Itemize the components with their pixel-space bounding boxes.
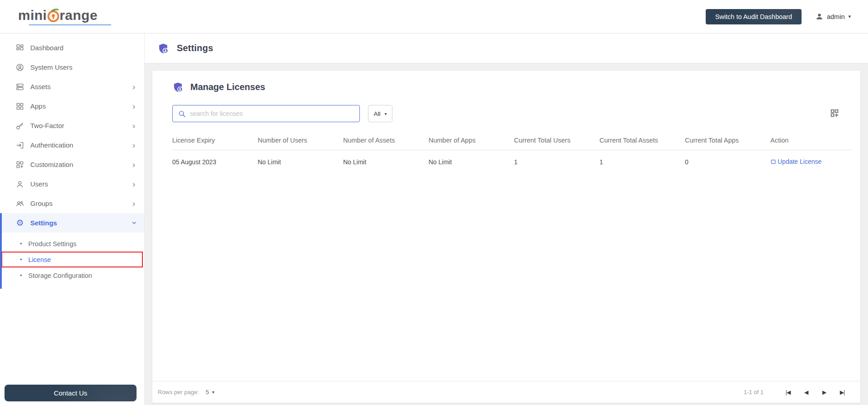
contact-us-button[interactable]: Contact Us [5, 385, 137, 401]
pagination-controls: 1-1 of 1 |◀ ◀ ▶ ▶| [744, 389, 851, 395]
previous-page-button[interactable]: ◀ [797, 389, 815, 395]
sidebar-subitem-product-settings[interactable]: •Product Settings [0, 236, 144, 252]
license-search-box [172, 105, 360, 122]
user-menu[interactable]: admin ▾ [815, 12, 851, 21]
authentication-icon [15, 141, 25, 150]
sidebar-item-label: Two-Factor [30, 122, 64, 129]
rows-per-page-caret-icon[interactable]: ▾ [212, 390, 214, 395]
user-caret-icon: ▾ [848, 14, 851, 19]
column-header-current-total-apps: Current Total Apps [685, 132, 770, 150]
sidebar-item-assets[interactable]: Assets› [0, 77, 144, 96]
gear-icon: ⚙ [15, 219, 25, 228]
sidebar-item-groups[interactable]: Groups› [0, 194, 144, 213]
sidebar-item-two-factor[interactable]: Two-Factor› [0, 116, 144, 135]
sidebar-subitem-label: Product Settings [28, 240, 76, 248]
sidebar-item-label: Apps [30, 102, 46, 110]
column-header-current-total-users: Current Total Users [514, 132, 599, 150]
logo-underline [29, 24, 111, 25]
switch-audit-dashboard-button[interactable]: Switch to Audit Dashboard [706, 9, 802, 24]
bullet-icon: • [20, 241, 22, 247]
bullet-icon: • [20, 272, 22, 278]
card-title: Manage Licenses [190, 82, 265, 92]
table-row: 05 August 2023No LimitNo LimitNo Limit11… [172, 150, 851, 172]
table-controls: All ▾ [172, 105, 840, 122]
cell-current-total-apps: 0 [685, 150, 770, 172]
licenses-shield-icon [172, 81, 184, 93]
rows-per-page-value[interactable]: 5 [206, 389, 209, 395]
logo-text: minirange [18, 9, 111, 22]
chevron-right-icon: › [132, 199, 135, 208]
topbar-actions: Switch to Audit Dashboard admin ▾ [706, 9, 851, 24]
rows-per-page-label: Rows per page: [158, 389, 199, 395]
sidebar-item-users[interactable]: Users› [0, 174, 144, 194]
sidebar-item-apps[interactable]: Apps› [0, 96, 144, 116]
first-page-button[interactable]: |◀ [779, 389, 797, 395]
users-icon [15, 180, 25, 189]
sidebar-item-settings[interactable]: ⚙ Settings › [0, 213, 144, 233]
sidebar-nav: DashboardSystem UsersAssets›Apps›Two-Fac… [0, 33, 144, 289]
update-license-link[interactable]: Update License [770, 158, 821, 165]
table-header-row: License ExpiryNumber of UsersNumber of A… [172, 132, 851, 150]
column-header-current-total-assets: Current Total Assets [599, 132, 685, 150]
pagination-range-label: 1-1 of 1 [744, 389, 764, 395]
sidebar-item-label: Authentication [30, 141, 73, 149]
sidebar: DashboardSystem UsersAssets›Apps›Two-Fac… [0, 33, 145, 405]
sidebar-item-label: Settings [30, 219, 57, 227]
settings-submenu: •Product Settings•License•Storage Config… [0, 233, 144, 289]
search-input[interactable] [190, 110, 354, 117]
sidebar-item-label: Groups [30, 200, 52, 207]
cell-number-of-assets: No Limit [343, 150, 429, 172]
cell-number-of-users: No Limit [258, 150, 343, 172]
sidebar-subitem-label: License [28, 256, 51, 263]
filter-value: All [373, 110, 380, 117]
sidebar-item-label: Dashboard [30, 44, 63, 52]
miniorange-logo[interactable]: minirange [18, 9, 111, 25]
filter-caret-icon: ▾ [384, 111, 387, 116]
content-area: Manage Licenses All ▾ [145, 63, 868, 405]
sidebar-subitem-license[interactable]: •License [1, 252, 143, 267]
column-header-action: Action [770, 132, 851, 150]
customization-icon [15, 160, 25, 169]
sidebar-item-customization[interactable]: Customization› [0, 155, 144, 174]
system-users-icon [15, 63, 25, 72]
next-page-button[interactable]: ▶ [815, 389, 833, 395]
page-header: Settings [145, 33, 868, 63]
chevron-down-icon: › [130, 221, 139, 224]
apps-icon [15, 102, 25, 111]
logo-mini-text: mini [18, 9, 47, 22]
orange-keyhole-icon [47, 10, 59, 22]
chevron-right-icon: › [132, 82, 135, 91]
chevron-right-icon: › [132, 141, 135, 149]
column-header-license-expiry: License Expiry [172, 132, 258, 150]
cell-action: Update License [770, 150, 851, 172]
chevron-right-icon: › [132, 102, 135, 110]
search-icon [178, 110, 186, 118]
groups-icon [15, 199, 25, 208]
sidebar-item-dashboard[interactable]: Dashboard [0, 38, 144, 57]
main-content: Settings Manage Licenses All [145, 33, 868, 405]
sidebar-item-label: Customization [30, 161, 73, 168]
dashboard-icon [15, 43, 25, 52]
cell-number-of-apps: No Limit [429, 150, 514, 172]
topbar: minirange Switch to Audit Dashboard admi… [0, 0, 868, 33]
filter-dropdown[interactable]: All ▾ [368, 105, 392, 122]
last-page-button[interactable]: ▶| [833, 389, 851, 395]
settings-group: ⚙ Settings › •Product Settings•License•S… [0, 213, 144, 289]
logo-range-text: range [60, 9, 98, 22]
card-header: Manage Licenses [152, 71, 860, 93]
column-header-number-of-users: Number of Users [258, 132, 343, 150]
sidebar-subitem-storage-configuration[interactable]: •Storage Configuration [0, 267, 144, 283]
sidebar-item-system-users[interactable]: System Users [0, 57, 144, 77]
sidebar-item-label: Assets [30, 83, 51, 91]
sidebar-item-label: System Users [30, 63, 72, 71]
cell-license-expiry: 05 August 2023 [172, 150, 258, 172]
page-title: Settings [177, 43, 213, 53]
settings-shield-icon [157, 43, 169, 54]
username-label: admin [827, 13, 845, 20]
sidebar-subitem-label: Storage Configuration [28, 272, 92, 279]
grid-add-icon[interactable] [830, 108, 840, 119]
column-header-number-of-assets: Number of Assets [343, 132, 429, 150]
pagination-bar: Rows per page: 5 ▾ 1-1 of 1 |◀ ◀ ▶ ▶| [152, 381, 860, 403]
cell-current-total-users: 1 [514, 150, 599, 172]
sidebar-item-authentication[interactable]: Authentication› [0, 135, 144, 155]
